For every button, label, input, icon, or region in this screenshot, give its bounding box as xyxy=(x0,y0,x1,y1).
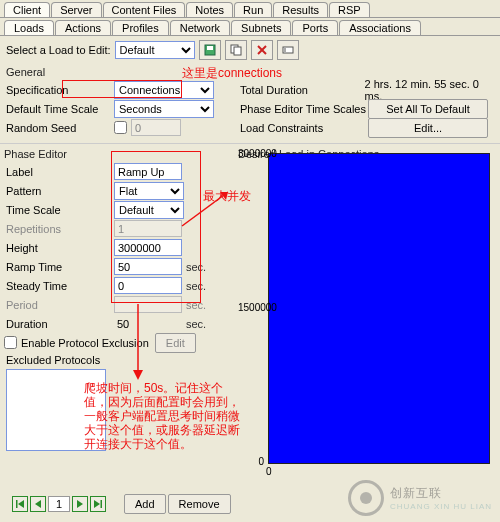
load-select[interactable]: Default xyxy=(115,41,195,59)
tab-notes[interactable]: Notes xyxy=(186,2,233,17)
duration-value: 50 xyxy=(114,318,182,330)
add-button[interactable]: Add xyxy=(124,494,166,514)
pager-first-button[interactable] xyxy=(12,496,28,512)
tab-network[interactable]: Network xyxy=(170,20,230,35)
desired-load-chart: 3000000 1500000 0 0 xyxy=(238,148,494,478)
ramp-time-label: Ramp Time xyxy=(4,261,114,273)
duration-label: Duration xyxy=(4,318,114,330)
pager-next-button[interactable] xyxy=(72,496,88,512)
chart-plot-area xyxy=(268,153,490,464)
svg-marker-8 xyxy=(18,500,24,508)
tab-actions[interactable]: Actions xyxy=(55,20,111,35)
pager-page-input[interactable] xyxy=(48,496,70,512)
steady-time-label: Steady Time xyxy=(4,280,114,292)
excluded-protocols-label: Excluded Protocols xyxy=(4,352,234,366)
pattern-label: Pattern xyxy=(4,185,114,197)
period-input xyxy=(114,296,182,313)
label-label: Label xyxy=(4,166,114,178)
tab-results[interactable]: Results xyxy=(273,2,328,17)
repetitions-label: Repetitions xyxy=(4,223,114,235)
duration-unit: sec. xyxy=(186,318,206,330)
time-scale-label: Time Scale xyxy=(4,204,114,216)
total-duration-value: 2 hrs. 12 min. 55 sec. 0 ms. xyxy=(365,78,496,102)
svg-rect-1 xyxy=(207,46,213,50)
phase-editor-time-scales-label: Phase Editor Time Scales xyxy=(238,103,368,115)
sub-tab-bar: Loads Actions Profiles Network Subnets P… xyxy=(0,18,500,36)
copy-icon[interactable] xyxy=(225,40,247,60)
repetitions-input xyxy=(114,220,182,237)
svg-marker-11 xyxy=(77,500,83,508)
y-tick-1500000: 1500000 xyxy=(238,302,264,313)
tab-rsp[interactable]: RSP xyxy=(329,2,370,17)
logo-icon xyxy=(348,480,384,516)
time-scale-select[interactable]: Default xyxy=(114,201,184,219)
specification-label: Specification xyxy=(4,84,114,96)
enable-protocol-exclusion-label: Enable Protocol Exclusion xyxy=(21,337,149,349)
default-time-scale-label: Default Time Scale xyxy=(4,103,114,115)
protocol-exclusion-edit-button[interactable]: Edit xyxy=(155,333,196,353)
svg-marker-10 xyxy=(35,500,41,508)
set-all-default-button[interactable]: Set All To Default xyxy=(368,99,488,119)
tab-run[interactable]: Run xyxy=(234,2,272,17)
svg-rect-9 xyxy=(16,500,18,508)
phase-editor-heading: Phase Editor xyxy=(4,146,234,162)
steady-time-input[interactable] xyxy=(114,277,182,294)
ramp-time-input[interactable] xyxy=(114,258,182,275)
steady-time-unit: sec. xyxy=(186,280,206,292)
tab-loads[interactable]: Loads xyxy=(4,20,54,35)
svg-rect-13 xyxy=(101,500,103,508)
random-seed-label: Random Seed xyxy=(4,122,114,134)
y-tick-0: 0 xyxy=(238,456,264,467)
pattern-select[interactable]: Flat xyxy=(114,182,184,200)
specification-select[interactable]: Connections xyxy=(114,81,214,99)
total-duration-label: Total Duration xyxy=(238,84,365,96)
logo-brand: 创新互联 xyxy=(390,485,492,502)
x-tick-0: 0 xyxy=(266,466,276,477)
random-seed-input[interactable] xyxy=(131,119,181,136)
tab-server[interactable]: Server xyxy=(51,2,101,17)
tab-associations[interactable]: Associations xyxy=(339,20,421,35)
phase-pager: Add Remove xyxy=(12,494,231,514)
tab-content-files[interactable]: Content Files xyxy=(103,2,186,17)
label-input[interactable] xyxy=(114,163,182,180)
load-toolbar: Select a Load to Edit: Default xyxy=(0,36,500,64)
y-tick-3000000: 3000000 xyxy=(238,148,264,159)
top-tab-bar: Client Server Content Files Notes Run Re… xyxy=(0,0,500,18)
delete-icon[interactable] xyxy=(251,40,273,60)
height-label: Height xyxy=(4,242,114,254)
excluded-protocols-list[interactable] xyxy=(6,369,106,451)
tab-profiles[interactable]: Profiles xyxy=(112,20,169,35)
watermark-logo: 创新互联 CHUANG XIN HU LIAN xyxy=(348,480,492,516)
period-unit: sec. xyxy=(186,299,206,311)
svg-rect-3 xyxy=(234,47,241,55)
random-seed-checkbox[interactable] xyxy=(114,121,127,134)
svg-marker-12 xyxy=(94,500,100,508)
load-constraints-label: Load Constraints xyxy=(238,122,368,134)
pager-prev-button[interactable] xyxy=(30,496,46,512)
enable-protocol-exclusion-checkbox[interactable] xyxy=(4,336,17,349)
save-icon[interactable] xyxy=(199,40,221,60)
default-time-scale-select[interactable]: Seconds xyxy=(114,100,214,118)
pager-last-button[interactable] xyxy=(90,496,106,512)
remove-button[interactable]: Remove xyxy=(168,494,231,514)
rename-icon[interactable] xyxy=(277,40,299,60)
ramp-time-unit: sec. xyxy=(186,261,206,273)
height-input[interactable] xyxy=(114,239,182,256)
load-constraints-edit-button[interactable]: Edit... xyxy=(368,118,488,138)
tab-subnets[interactable]: Subnets xyxy=(231,20,291,35)
logo-sub: CHUANG XIN HU LIAN xyxy=(390,502,492,511)
tab-client[interactable]: Client xyxy=(4,2,50,17)
period-label: Period xyxy=(4,299,114,311)
select-load-label: Select a Load to Edit: xyxy=(6,44,111,56)
tab-ports[interactable]: Ports xyxy=(292,20,338,35)
